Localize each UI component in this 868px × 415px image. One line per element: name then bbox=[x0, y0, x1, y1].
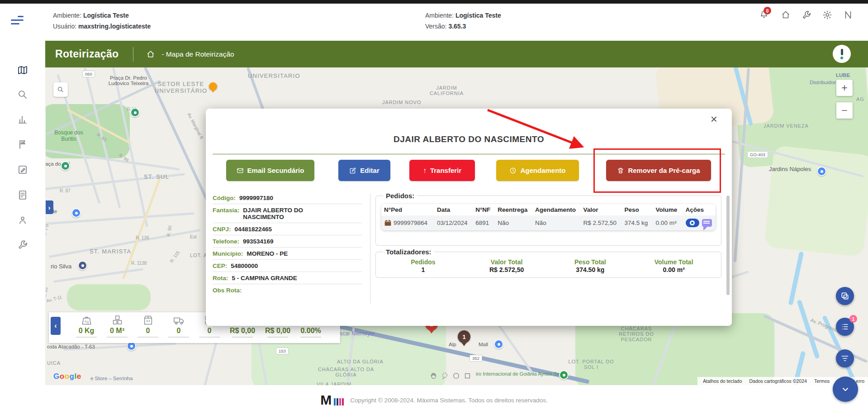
square-tool-icon[interactable] bbox=[464, 372, 471, 382]
field-label: Fantasia: bbox=[213, 207, 239, 214]
brand-n-button[interactable] bbox=[843, 10, 853, 20]
map-label: AG bbox=[856, 96, 864, 102]
logo-letter: o bbox=[65, 372, 70, 381]
edit-icon bbox=[17, 164, 28, 175]
versao-value: 3.65.3 bbox=[448, 23, 466, 30]
zoom-in-button[interactable]: + bbox=[836, 80, 853, 96]
sidebar-item-map[interactable] bbox=[17, 65, 28, 76]
envelope-icon bbox=[237, 167, 244, 174]
map-label: Jardins Nápoles bbox=[769, 166, 811, 172]
terms-link[interactable]: Termos bbox=[814, 378, 830, 384]
col-volume: Volume bbox=[653, 204, 683, 215]
col-data: Data bbox=[434, 204, 473, 215]
stat-volume: 0 M³ bbox=[107, 312, 128, 338]
order-number: 9999979864 bbox=[394, 219, 427, 226]
collapse-panel-button[interactable] bbox=[833, 377, 858, 402]
map-expand-button[interactable]: › bbox=[45, 200, 53, 214]
logo-bar bbox=[342, 398, 344, 405]
airport-marker[interactable] bbox=[559, 370, 569, 380]
sidebar-item-routes[interactable] bbox=[17, 139, 28, 150]
module-title: Roteirização bbox=[55, 48, 119, 60]
sidebar-item-tools[interactable] bbox=[17, 239, 28, 250]
sidebar-item-reports[interactable] bbox=[17, 190, 28, 200]
maxima-logo: M bbox=[320, 395, 344, 405]
app-root: SETOR LESTE UNIVERSITÁRIO UNIVERSITARIO … bbox=[0, 0, 868, 415]
map-pin-1[interactable]: 1 bbox=[458, 330, 470, 343]
menu-icon[interactable] bbox=[11, 14, 24, 27]
statsbar-collapse-button[interactable]: ‹ bbox=[51, 317, 61, 335]
transferir-button[interactable]: ↑ Transferir bbox=[409, 160, 475, 181]
versao-label: Versão: bbox=[425, 23, 446, 30]
close-icon[interactable]: × bbox=[711, 112, 717, 126]
stat-value: 0 Kg bbox=[79, 327, 95, 335]
zoom-out-button[interactable]: − bbox=[836, 102, 853, 119]
logo-bar bbox=[337, 398, 338, 405]
stat-value: R$ 0,00 bbox=[230, 327, 255, 335]
editar-button[interactable]: Editar bbox=[338, 160, 390, 181]
field-label: Código: bbox=[213, 195, 236, 201]
arrow-up-icon: ↑ bbox=[423, 167, 427, 175]
home-button[interactable] bbox=[781, 10, 791, 20]
stat-value: 0 bbox=[177, 327, 181, 335]
sidebar-item-search[interactable] bbox=[17, 89, 28, 100]
order-comment-button[interactable] bbox=[702, 219, 712, 227]
stat-value: 0 bbox=[146, 327, 150, 335]
map-layers-button[interactable] bbox=[836, 287, 854, 305]
field-label: CNPJ: bbox=[213, 226, 231, 233]
chevron-left-icon: ‹ bbox=[54, 322, 57, 330]
button-label: Editar bbox=[360, 167, 379, 174]
email-secundario-button[interactable]: Email Secundário bbox=[226, 160, 314, 181]
field-municipio: Município: MORENO - PE bbox=[213, 248, 362, 260]
stat-value: 0 bbox=[208, 327, 212, 335]
keyboard-shortcuts-link[interactable]: Atalhos do teclado bbox=[703, 378, 742, 384]
poi-marker[interactable] bbox=[494, 339, 503, 349]
monument-marker[interactable] bbox=[78, 261, 87, 270]
map-label: ST. SUL bbox=[144, 173, 169, 180]
field-value: MORENO - PE bbox=[247, 250, 362, 257]
button-label: Transferir bbox=[430, 167, 461, 174]
sidebar-item-charts[interactable] bbox=[17, 114, 28, 125]
poi-marker[interactable] bbox=[817, 167, 826, 176]
field-label: CEP: bbox=[213, 262, 227, 269]
transit-marker[interactable] bbox=[61, 161, 70, 171]
cell-agendamento: Não bbox=[532, 215, 580, 230]
alert-button[interactable] bbox=[833, 45, 851, 63]
poi-marker[interactable] bbox=[71, 208, 81, 218]
map-pin-orange[interactable] bbox=[209, 82, 217, 91]
truck-icon bbox=[173, 314, 185, 326]
logo-bar bbox=[339, 398, 341, 405]
agendamento-button[interactable]: Agendamento bbox=[496, 160, 579, 181]
map-label: Bosque dos Buritis bbox=[48, 129, 90, 142]
pan-hand-icon[interactable] bbox=[430, 372, 437, 382]
view-order-button[interactable] bbox=[686, 219, 699, 227]
filter-button[interactable] bbox=[836, 349, 854, 367]
field-codigo: Código: 9999997180 bbox=[213, 192, 362, 204]
modal-scrollbar[interactable] bbox=[726, 196, 730, 295]
transit-marker[interactable] bbox=[130, 108, 140, 117]
map-search-button[interactable] bbox=[53, 82, 68, 97]
circle-tool-icon[interactable] bbox=[452, 372, 460, 382]
road-badge: 153 bbox=[276, 348, 289, 354]
map-label: CHÁCARAS RETIROS DO PESCADOR bbox=[612, 326, 661, 342]
map-data-label: Dados cartográficos ©2024 bbox=[749, 378, 806, 384]
field-value: DJAIR ALBERTO DO NASCIMENTO bbox=[243, 207, 333, 220]
lasso-icon[interactable] bbox=[441, 372, 449, 382]
tools-button[interactable] bbox=[802, 10, 811, 20]
notifications-button[interactable]: 0 bbox=[759, 10, 769, 20]
cell-valor: R$ 2.572,50 bbox=[581, 215, 622, 230]
total-pedidos: Pedidos 1 bbox=[381, 258, 465, 273]
stat-value: 0 M³ bbox=[110, 327, 124, 335]
gear-icon bbox=[822, 10, 832, 20]
sidebar-item-clients[interactable] bbox=[17, 215, 28, 225]
field-label: Rota: bbox=[213, 275, 228, 281]
google-logo[interactable]: Google bbox=[53, 372, 81, 381]
stat-weight: Kg 0 Kg bbox=[76, 312, 97, 338]
ambiente-value: Logística Teste bbox=[455, 12, 501, 19]
package-icon bbox=[142, 314, 154, 326]
sidebar-item-edit[interactable] bbox=[17, 164, 28, 175]
col-nnf: N°NF bbox=[473, 204, 495, 215]
top-strip bbox=[0, 0, 868, 4]
settings-button[interactable] bbox=[822, 10, 832, 20]
total-peso: Peso Total 374.50 kg bbox=[549, 258, 632, 273]
breadcrumb-home-icon[interactable] bbox=[146, 50, 155, 59]
